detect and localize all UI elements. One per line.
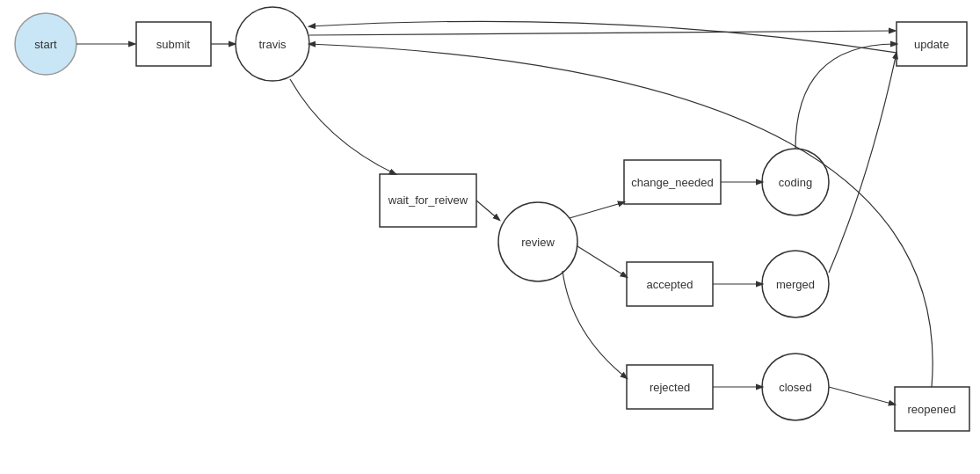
edge-closed-reopened xyxy=(829,387,895,405)
update-label: update xyxy=(914,38,949,51)
accepted-label: accepted xyxy=(647,278,693,291)
review-label: review xyxy=(521,236,555,249)
coding-label: coding xyxy=(779,176,812,189)
edge-review-rejected xyxy=(563,271,627,378)
edge-travis-wait xyxy=(290,79,396,174)
reopened-label: reopened xyxy=(908,403,956,416)
edge-update-travis xyxy=(309,21,897,53)
edge-coding-update xyxy=(795,44,897,149)
edge-review-accepted xyxy=(577,246,627,277)
start-label: start xyxy=(34,38,57,51)
merged-label: merged xyxy=(776,278,815,291)
edge-merged-update xyxy=(829,53,897,273)
state-diagram: start submit travis update wait_for_reiv… xyxy=(0,0,980,474)
edge-review-change xyxy=(570,202,624,218)
submit-label: submit xyxy=(156,38,191,51)
edge-travis-update xyxy=(309,31,895,35)
closed-label: closed xyxy=(779,381,812,394)
edge-wait-review xyxy=(476,201,499,220)
rejected-label: rejected xyxy=(650,381,690,394)
wait-label: wait_for_reivew xyxy=(388,193,468,207)
change-needed-label: change_needed xyxy=(631,176,713,189)
travis-label: travis xyxy=(258,38,287,51)
